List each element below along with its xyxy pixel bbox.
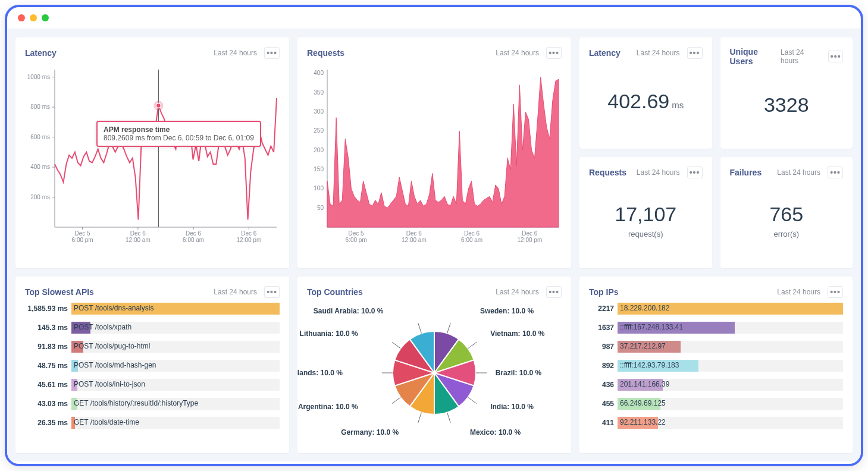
svg-text:300: 300 — [314, 108, 324, 115]
ip-bar: ::ffff:142.93.79.183 — [618, 360, 843, 372]
time-range-label[interactable]: Last 24 hours — [214, 49, 257, 57]
more-menu-icon[interactable]: ••• — [546, 47, 562, 59]
kpi-requests: Requests Last 24 hours ••• 17,107 reques… — [579, 157, 712, 268]
kpi-value: 3328 — [764, 93, 809, 117]
kpi-failures: Failures Last 24 hours ••• 765 error(s) — [720, 157, 853, 268]
panel-title: Top IPs — [589, 287, 619, 297]
api-row[interactable]: 43.03 msGET /tools/history/:resultId/:hi… — [25, 398, 280, 410]
ip-row[interactable]: 892::ffff:142.93.79.183 — [589, 360, 843, 372]
api-label: POST /tools/xpath — [74, 323, 131, 331]
svg-text:350: 350 — [314, 89, 324, 96]
svg-text:Dec 5: Dec 5 — [75, 230, 91, 237]
api-row[interactable]: 91.83 msPOST /tools/pug-to-html — [25, 341, 280, 353]
kpi-grid: Latency Last 24 hours ••• 402.69ms Uniqu… — [579, 37, 853, 268]
ip-row[interactable]: 45566.249.69.125 — [589, 398, 843, 410]
api-row[interactable]: 45.61 msPOST /tools/ini-to-json — [25, 379, 280, 391]
api-latency-value: 48.75 ms — [25, 362, 68, 370]
ip-address: 201.141.166.39 — [620, 380, 669, 388]
svg-text:250: 250 — [314, 127, 324, 134]
api-label: GET /tools/date-time — [74, 418, 139, 426]
more-menu-icon[interactable]: ••• — [264, 47, 280, 59]
api-latency-value: 91.83 ms — [25, 343, 68, 351]
kpi-value: 765 — [769, 203, 803, 226]
ip-count: 455 — [589, 400, 614, 408]
api-label: POST /tools/md-hash-gen — [74, 361, 156, 369]
ip-address: ::ffff:142.93.79.183 — [620, 361, 679, 369]
api-label: GET /tools/history/:resultId/:historyTyp… — [74, 399, 198, 407]
svg-text:Dec 6: Dec 6 — [406, 230, 422, 237]
ip-address: 92.211.133.22 — [620, 418, 666, 426]
api-label: POST /tools/dns-analysis — [74, 304, 154, 312]
api-row[interactable]: 145.3 msPOST /tools/xpath — [25, 322, 280, 334]
svg-text:Dec 5: Dec 5 — [349, 230, 365, 237]
more-menu-icon[interactable]: ••• — [546, 286, 562, 298]
time-range-label[interactable]: Last 24 hours — [496, 288, 539, 296]
ip-row[interactable]: 1637::ffff:167.248.133.41 — [589, 322, 843, 334]
kpi-sub: request(s) — [628, 230, 663, 238]
more-menu-icon[interactable]: ••• — [687, 47, 703, 59]
time-range-label[interactable]: Last 24 hours — [777, 288, 820, 296]
more-menu-icon[interactable]: ••• — [828, 51, 843, 62]
time-range-label[interactable]: Last 24 hours — [637, 49, 680, 57]
api-row[interactable]: 1,585.93 msPOST /tools/dns-analysis — [25, 303, 280, 315]
ip-count: 987 — [589, 343, 614, 351]
ip-count: 436 — [589, 381, 614, 389]
more-menu-icon[interactable]: ••• — [264, 286, 280, 298]
time-range-label[interactable]: Last 24 hours — [781, 48, 821, 65]
ip-row[interactable]: 98737.217.212.97 — [589, 341, 843, 353]
slowest-apis-panel: Top Slowest APIs Last 24 hours ••• 1,585… — [15, 277, 289, 454]
more-menu-icon[interactable]: ••• — [687, 167, 703, 178]
pie-slice-label: Saudi Arabia: 10.0 % — [314, 307, 384, 315]
kpi-value: 402.69 — [607, 90, 669, 112]
svg-text:12:00 pm: 12:00 pm — [237, 237, 262, 243]
close-window-dot[interactable] — [18, 14, 25, 21]
time-range-label[interactable]: Last 24 hours — [496, 49, 539, 57]
api-bar: GET /tools/history/:resultId/:historyTyp… — [71, 398, 280, 410]
pie-slice-label: Sweden: 10.0 % — [480, 307, 534, 315]
more-menu-icon[interactable]: ••• — [828, 167, 843, 178]
time-range-label[interactable]: Last 24 hours — [214, 288, 257, 296]
svg-text:Dec 6: Dec 6 — [130, 230, 146, 237]
panel-title: Unique Users — [730, 47, 781, 66]
svg-point-26 — [156, 103, 161, 108]
svg-text:800 ms: 800 ms — [30, 103, 50, 110]
maximize-window-dot[interactable] — [42, 14, 49, 21]
svg-line-50 — [418, 413, 422, 423]
ip-count: 1637 — [589, 324, 614, 332]
svg-text:12:00 pm: 12:00 pm — [518, 237, 543, 243]
top-ips-panel: Top IPs Last 24 hours ••• 221718.229.200… — [579, 277, 853, 454]
kpi-unique-users: Unique Users Last 24 hours ••• 3328 — [720, 37, 853, 149]
dashboard-grid: Latency Last 24 hours ••• 200 ms400 ms60… — [7, 29, 861, 461]
more-menu-icon[interactable]: ••• — [828, 286, 843, 298]
panel-title: Top Countries — [307, 287, 363, 297]
api-row[interactable]: 26.35 msGET /tools/date-time — [25, 417, 280, 429]
svg-text:Dec 6: Dec 6 — [186, 230, 202, 237]
latency-chart[interactable]: 200 ms400 ms600 ms800 ms1000 msDec 56:00… — [25, 64, 280, 259]
panel-title: Failures — [730, 168, 762, 177]
title-bar — [7, 7, 861, 29]
requests-chart[interactable]: 50100150200250300350400Dec 56:00 pmDec 6… — [307, 64, 562, 259]
ip-list: 221718.229.200.1821637::ffff:167.248.133… — [589, 303, 843, 429]
api-bar: GET /tools/date-time — [71, 417, 280, 429]
pie-slice-label: India: 10.0 % — [490, 403, 534, 411]
api-latency-value: 145.3 ms — [25, 324, 68, 332]
latency-panel: Latency Last 24 hours ••• 200 ms400 ms60… — [15, 37, 289, 268]
window-frame: Latency Last 24 hours ••• 200 ms400 ms60… — [5, 5, 863, 466]
time-range-label[interactable]: Last 24 hours — [637, 168, 680, 177]
ip-address: 37.217.212.97 — [620, 342, 666, 350]
ip-row[interactable]: 436201.141.166.39 — [589, 379, 843, 391]
minimize-window-dot[interactable] — [30, 14, 37, 21]
kpi-value: 17,107 — [615, 203, 676, 226]
time-range-label[interactable]: Last 24 hours — [777, 168, 820, 177]
svg-line-54 — [418, 324, 422, 334]
countries-pie-chart[interactable]: Sweden: 10.0 %Vietnam: 10.0 %Brazil: 10.… — [307, 303, 562, 444]
ip-row[interactable]: 41192.211.133.22 — [589, 417, 843, 429]
api-row[interactable]: 48.75 msPOST /tools/md-hash-gen — [25, 360, 280, 372]
ip-count: 2217 — [589, 304, 614, 313]
svg-text:Dec 6: Dec 6 — [241, 230, 257, 237]
svg-text:12:00 am: 12:00 am — [126, 237, 151, 243]
ip-row[interactable]: 221718.229.200.182 — [589, 303, 843, 315]
svg-text:1000 ms: 1000 ms — [27, 74, 50, 80]
api-label: POST /tools/pug-to-html — [74, 342, 151, 350]
svg-text:150: 150 — [314, 166, 324, 172]
